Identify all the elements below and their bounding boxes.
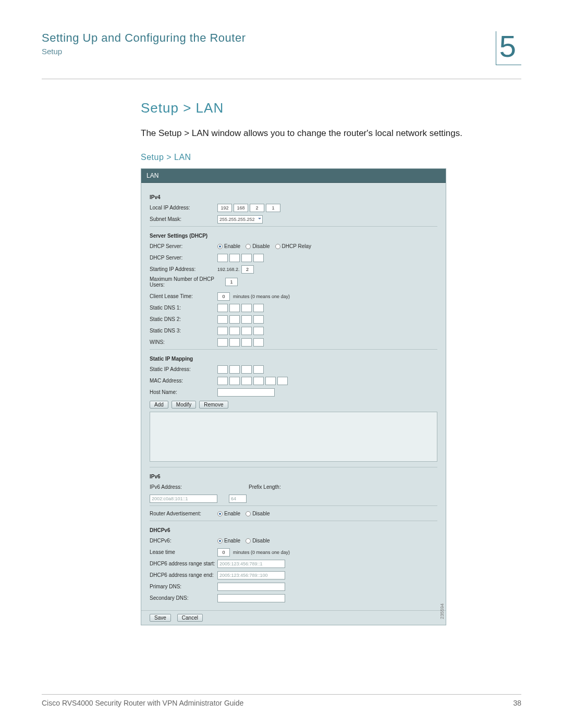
ra-disable-radio[interactable] bbox=[246, 511, 251, 516]
add-button[interactable]: Add bbox=[150, 401, 168, 409]
dhcp6-start-label: DHCP6 address range start: bbox=[150, 561, 217, 566]
dhcp-enable-text: Enable bbox=[224, 243, 240, 249]
dhcpv6-disable-radio[interactable] bbox=[246, 538, 251, 544]
subnet-mask-select[interactable]: 255.255.255.252 bbox=[217, 215, 263, 224]
dns3-3[interactable] bbox=[241, 327, 252, 335]
dns2-1[interactable] bbox=[217, 315, 228, 324]
dns2-4[interactable] bbox=[253, 315, 264, 324]
dns1-1[interactable] bbox=[217, 304, 228, 312]
mac-6[interactable] bbox=[277, 377, 288, 385]
mac-1[interactable] bbox=[217, 377, 228, 385]
max-users-label: Maximum Number of DHCP Users: bbox=[150, 276, 225, 288]
dns1-3[interactable] bbox=[241, 304, 252, 312]
dhcp-disable-radio[interactable] bbox=[246, 244, 251, 249]
footer-page-number: 38 bbox=[513, 699, 521, 707]
cancel-button[interactable]: Cancel bbox=[177, 614, 203, 622]
primary-dns-input[interactable] bbox=[217, 583, 285, 591]
panel-caption: Setup > LAN bbox=[141, 153, 521, 162]
chapter-number: 5 bbox=[496, 31, 516, 61]
ipv6-addr-input[interactable]: 2002:c0a8:101::1 bbox=[150, 495, 217, 503]
static-ip-addr-label: Static IP Address: bbox=[150, 366, 217, 372]
host-name-label: Host Name: bbox=[150, 389, 217, 395]
chapter-title: Setting Up and Configuring the Router bbox=[42, 31, 246, 45]
ra-enable-text: Enable bbox=[224, 511, 240, 516]
local-ip-octet-4[interactable]: 1 bbox=[266, 204, 280, 212]
wins-2[interactable] bbox=[229, 338, 240, 347]
dhcpv6-enable-radio[interactable] bbox=[217, 538, 223, 544]
static-ip-listbox[interactable] bbox=[150, 412, 437, 462]
wins-3[interactable] bbox=[241, 338, 252, 347]
dhcp-relay-radio[interactable] bbox=[275, 244, 280, 249]
dhcp-relay-ip-2[interactable] bbox=[229, 254, 240, 262]
mac-3[interactable] bbox=[241, 377, 252, 385]
divider bbox=[150, 349, 437, 350]
ra-enable-radio[interactable] bbox=[217, 511, 223, 516]
lease-time-suffix: minutes (0 means one day) bbox=[233, 550, 290, 555]
secondary-dns-input[interactable] bbox=[217, 594, 285, 602]
dhcp-relay-ip-1[interactable] bbox=[217, 254, 228, 262]
lease-time-label: Lease time bbox=[150, 549, 217, 555]
sip-1[interactable] bbox=[217, 365, 228, 374]
host-name-input[interactable] bbox=[217, 388, 275, 397]
ra-disable-text: Disable bbox=[252, 511, 270, 516]
divider bbox=[150, 505, 437, 506]
footer-doc-title: Cisco RVS4000 Security Router with VPN A… bbox=[42, 699, 243, 707]
local-ip-octet-3[interactable]: 2 bbox=[250, 204, 264, 212]
dhcp-enable-radio[interactable] bbox=[217, 244, 223, 249]
save-button[interactable]: Save bbox=[150, 614, 171, 622]
image-watermark: 235594 bbox=[439, 603, 445, 619]
client-lease-input[interactable]: 0 bbox=[217, 292, 230, 301]
mac-addr-label: MAC Address: bbox=[150, 378, 217, 384]
dns2-3[interactable] bbox=[241, 315, 252, 324]
dns1-2[interactable] bbox=[229, 304, 240, 312]
dhcp6-end-label: DHCP6 address range end: bbox=[150, 572, 217, 578]
mac-2[interactable] bbox=[229, 377, 240, 385]
wins-1[interactable] bbox=[217, 338, 228, 347]
local-ip-octet-2[interactable]: 168 bbox=[234, 204, 248, 212]
ipv6-heading: IPv6 bbox=[150, 472, 437, 479]
modify-button[interactable]: Modify bbox=[172, 401, 196, 409]
header-divider bbox=[42, 79, 521, 79]
prefix-len-label: Prefix Length: bbox=[249, 484, 281, 490]
sip-2[interactable] bbox=[229, 365, 240, 374]
static-dns2-label: Static DNS 2: bbox=[150, 316, 217, 322]
dhcp6-end-input[interactable]: 2005:123:456:789::100 bbox=[217, 571, 285, 579]
remove-button[interactable]: Remove bbox=[199, 401, 228, 409]
mac-5[interactable] bbox=[265, 377, 276, 385]
divider bbox=[150, 467, 437, 467]
prefix-len-input[interactable]: 64 bbox=[229, 495, 247, 503]
dhcp6-start-input[interactable]: 2005:123:456:789::1 bbox=[217, 560, 285, 568]
max-users-input[interactable]: 1 bbox=[225, 278, 238, 286]
dhcp-server2-label: DHCP Server: bbox=[150, 255, 217, 261]
mac-4[interactable] bbox=[253, 377, 264, 385]
divider bbox=[150, 521, 437, 521]
dns3-2[interactable] bbox=[229, 327, 240, 335]
dns3-4[interactable] bbox=[253, 327, 264, 335]
sip-3[interactable] bbox=[241, 365, 252, 374]
static-dns1-label: Static DNS 1: bbox=[150, 305, 217, 311]
dhcpv6-enable-text: Enable bbox=[224, 538, 240, 544]
section-description: The Setup > LAN window allows you to cha… bbox=[141, 127, 474, 140]
starting-ip-label: Starting IP Address: bbox=[150, 266, 217, 272]
router-adv-label: Router Advertisement: bbox=[150, 511, 217, 516]
dhcp-server-label: DHCP Server: bbox=[150, 243, 217, 249]
starting-ip-input[interactable]: 2 bbox=[241, 265, 254, 274]
dns3-1[interactable] bbox=[217, 327, 228, 335]
dhcp-disable-text: Disable bbox=[252, 243, 270, 249]
local-ip-octet-1[interactable]: 192 bbox=[217, 204, 232, 212]
ipv4-heading: IPv4 bbox=[150, 192, 437, 200]
ipv6-addr-label: IPv6 Address: bbox=[150, 484, 228, 490]
dns1-4[interactable] bbox=[253, 304, 264, 312]
dhcp-relay-ip-3[interactable] bbox=[241, 254, 252, 262]
primary-dns-label: Primary DNS: bbox=[150, 584, 217, 589]
sip-4[interactable] bbox=[253, 365, 264, 374]
divider bbox=[150, 226, 437, 227]
dhcp-relay-ip-4[interactable] bbox=[253, 254, 264, 262]
lan-config-screenshot: LAN IPv4 Local IP Address: 192 168 2 1 S… bbox=[141, 168, 446, 625]
dns2-2[interactable] bbox=[229, 315, 240, 324]
wins-4[interactable] bbox=[253, 338, 264, 347]
wins-label: WINS: bbox=[150, 339, 217, 345]
lease-time-input[interactable]: 0 bbox=[217, 548, 230, 557]
client-lease-suffix: minutes (0 means one day) bbox=[233, 294, 290, 299]
dhcpv6-heading: DHCPv6 bbox=[150, 525, 437, 533]
